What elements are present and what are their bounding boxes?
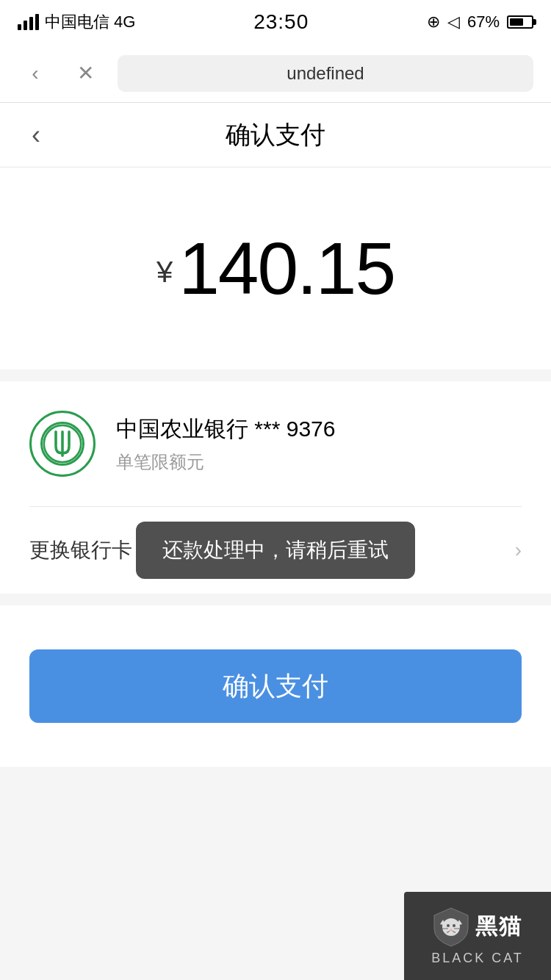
svg-point-7	[447, 924, 450, 927]
svg-point-4	[442, 918, 460, 936]
svg-point-8	[453, 924, 455, 927]
black-cat-watermark: 黑猫 BLACK CAT	[404, 892, 551, 980]
bank-section: 中国农业银行 *** 9376 单笔限额元	[0, 381, 551, 506]
time-display: 23:50	[253, 10, 309, 34]
currency-symbol: ¥	[156, 256, 173, 289]
bank-logo	[29, 411, 96, 477]
carrier-text: 中国电信 4G	[45, 11, 135, 33]
browser-back-button[interactable]: ‹	[18, 56, 53, 91]
change-card-label: 更换银行卡	[29, 536, 132, 564]
url-text: undefined	[287, 63, 364, 84]
browser-close-button[interactable]: ✕	[68, 56, 103, 91]
black-cat-inner: 黑猫 BLACK CAT	[404, 892, 551, 980]
page-header: ‹ 确认支付	[0, 103, 551, 167]
location-icon: ◁	[447, 12, 460, 32]
section-divider	[0, 370, 551, 381]
lock-icon: ⊕	[427, 12, 440, 32]
status-bar: 中国电信 4G 23:50 ⊕ ◁ 67%	[0, 0, 551, 44]
confirm-btn-section: 确认支付	[0, 605, 551, 767]
browser-nav: ‹ ✕ undefined	[0, 44, 551, 103]
confirm-pay-button[interactable]: 确认支付	[29, 649, 522, 723]
change-card-row[interactable]: 更换银行卡 还款处理中，请稍后重试 ›	[0, 507, 551, 594]
status-left: 中国电信 4G	[18, 11, 135, 33]
main-content: ‹ 确认支付 ¥ 140.15	[0, 103, 551, 370]
chevron-right-icon: ›	[515, 538, 522, 562]
toast-text: 还款处理中，请稍后重试	[162, 538, 389, 561]
black-cat-cn-text: 黑猫	[475, 912, 522, 942]
black-cat-en-text: BLACK CAT	[431, 951, 524, 966]
section-divider-2	[0, 594, 551, 605]
toast-message: 还款处理中，请稍后重试	[136, 522, 415, 579]
page-title: 确认支付	[226, 118, 325, 152]
signal-icon	[18, 14, 39, 30]
bottom-area: 黑猫 BLACK CAT	[0, 767, 551, 980]
svg-rect-2	[54, 430, 57, 447]
payment-amount: 140.15	[179, 226, 395, 311]
url-bar[interactable]: undefined	[118, 55, 533, 92]
bank-name: 中国农业银行 *** 9376	[116, 414, 522, 444]
battery-icon	[507, 15, 533, 29]
bank-logo-svg	[40, 422, 84, 466]
cat-logo: 黑猫	[433, 907, 522, 948]
bank-section-wrapper: 中国农业银行 *** 9376 单笔限额元 更换银行卡 还款处理中，请稍后重试 …	[0, 381, 551, 594]
battery-percent: 67%	[467, 12, 500, 32]
back-button[interactable]: ‹	[18, 117, 54, 154]
svg-rect-3	[68, 430, 71, 447]
cat-shield-icon	[433, 907, 469, 948]
bank-info: 中国农业银行 *** 9376 单笔限额元	[116, 414, 522, 474]
status-right: ⊕ ◁ 67%	[427, 12, 533, 32]
amount-section: ¥ 140.15	[0, 167, 551, 370]
page-root: 中国电信 4G 23:50 ⊕ ◁ 67% ‹ ✕ undefined ‹ 确认…	[0, 0, 551, 980]
bank-limit: 单笔限额元	[116, 450, 522, 474]
